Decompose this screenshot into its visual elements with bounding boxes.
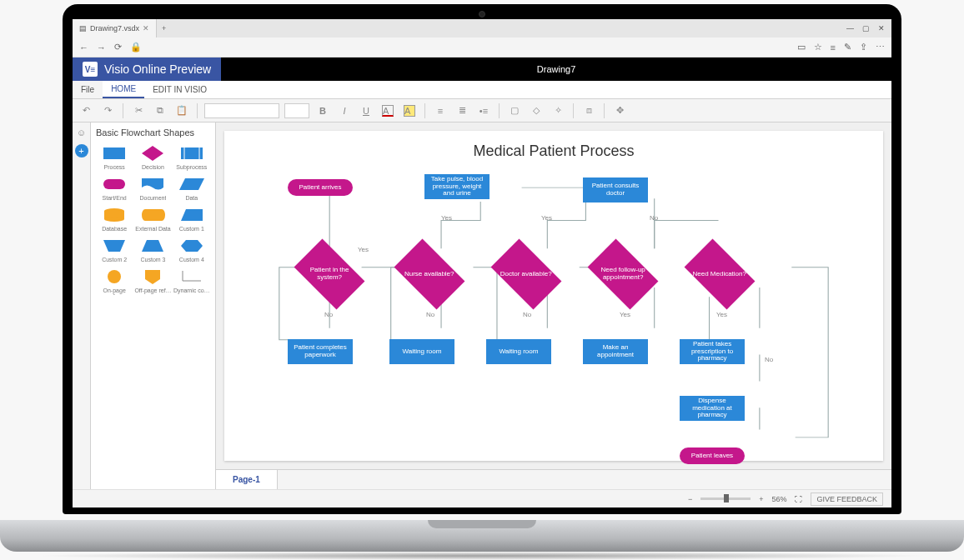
fit-to-window-icon[interactable]: ⛶ [795, 495, 802, 503]
node-start[interactable]: Patient arrives [288, 179, 353, 196]
node-decision-nurse[interactable]: Nurse available? [394, 239, 465, 310]
menu-edit-in-visio[interactable]: EDIT IN VISIO [144, 81, 215, 98]
browser-navbar: ← → ⟳ 🔒 ▭ ☆ ≡ ✎ ⇪ ⋯ [73, 38, 891, 58]
zoom-in-button[interactable]: + [759, 495, 763, 503]
shape-fill-button[interactable]: ▢ [506, 102, 523, 119]
menu-file[interactable]: File [73, 81, 103, 98]
zoom-out-button[interactable]: − [688, 495, 692, 503]
nav-back-icon[interactable]: ← [79, 42, 88, 52]
canvas-area[interactable]: Medical Patient Process [216, 122, 891, 489]
node-decision-in-system[interactable]: Patient in the system? [294, 239, 365, 310]
svg-rect-0 [103, 148, 125, 159]
document-title: Drawing7 [221, 58, 891, 81]
bullets-button[interactable]: •≡ [475, 102, 492, 119]
font-size-select[interactable] [284, 103, 309, 118]
node-decision-medication[interactable]: Need Medication? [685, 239, 756, 310]
label-yes: Yes [620, 311, 630, 318]
label-no: No [523, 311, 531, 318]
close-tab-icon[interactable]: ✕ [143, 24, 149, 32]
underline-button[interactable]: U [358, 102, 374, 119]
nav-share-icon[interactable]: ⇪ [860, 42, 867, 52]
node-dispense[interactable]: Dispense medication at pharmacy [680, 396, 745, 421]
node-vitals[interactable]: Take pulse, blood pressure, weight and u… [424, 174, 490, 199]
stencil-person-icon[interactable]: ☺ [75, 126, 88, 139]
svg-marker-12 [142, 240, 163, 252]
node-decision-doctor[interactable]: Doctor available? [491, 239, 562, 310]
svg-rect-5 [103, 179, 125, 189]
new-tab-button[interactable]: + [157, 24, 171, 32]
node-paperwork[interactable]: Patient completes paperwork [288, 339, 353, 364]
nav-more-icon[interactable]: ⋯ [876, 42, 885, 52]
nav-forward-icon[interactable]: → [97, 42, 106, 52]
shape-custom4[interactable]: Custom 4 [173, 237, 210, 264]
cut-button[interactable]: ✂ [130, 102, 147, 119]
node-waiting1[interactable]: Waiting room [389, 339, 454, 364]
drawing-page[interactable]: Medical Patient Process [224, 131, 883, 461]
italic-button[interactable]: I [336, 102, 353, 119]
label-yes: Yes [716, 311, 727, 318]
visio-app-icon: V≡ [83, 62, 98, 77]
menu-home[interactable]: Home [103, 81, 144, 98]
browser-tabbar: ▤ Drawing7.vsdx ✕ + — ▢ ✕ [73, 19, 891, 38]
shapes-panel: Basic Flowchart Shapes Process Decision … [91, 122, 216, 489]
shape-database[interactable]: Database [96, 206, 133, 233]
nav-hub-icon[interactable]: ≡ [831, 42, 836, 52]
svg-marker-1 [142, 146, 163, 161]
shape-process[interactable]: Process [96, 144, 133, 172]
bold-button[interactable]: B [314, 102, 331, 119]
browser-tab[interactable]: ▤ Drawing7.vsdx ✕ [73, 19, 157, 38]
label-no: No [324, 311, 333, 318]
page-tab-1[interactable]: Page-1 [216, 470, 278, 489]
give-feedback-button[interactable]: GIVE FEEDBACK [811, 492, 883, 506]
shape-outline-button[interactable]: ◇ [528, 102, 545, 119]
font-color-button[interactable]: A [379, 102, 396, 119]
shape-dynamic-connector[interactable]: Dynamic co… [173, 268, 210, 295]
shape-custom3[interactable]: Custom 3 [134, 237, 171, 264]
align-left-button[interactable]: ≡ [432, 102, 449, 119]
svg-marker-11 [103, 240, 125, 252]
shape-external-data[interactable]: External Data [134, 206, 171, 233]
node-consult[interactable]: Patient consults doctor [583, 178, 648, 202]
shape-data[interactable]: Data [173, 175, 210, 202]
svg-marker-6 [179, 178, 204, 190]
position-button[interactable]: ✥ [611, 102, 628, 119]
window-minimize-button[interactable]: — [846, 24, 854, 32]
shape-effects-button[interactable]: ✧ [550, 102, 566, 119]
app-brand-text: Visio Online Preview [104, 62, 211, 76]
shape-custom2[interactable]: Custom 2 [96, 237, 133, 264]
node-prescription[interactable]: Patient takes prescription to pharmacy [680, 339, 745, 364]
shape-custom1[interactable]: Custom 1 [173, 206, 210, 233]
menu-bar: File Home EDIT IN VISIO [73, 81, 891, 99]
svg-marker-10 [181, 209, 203, 221]
nav-notes-icon[interactable]: ✎ [844, 42, 851, 52]
nav-reading-icon[interactable]: ▭ [797, 42, 806, 52]
font-family-select[interactable] [204, 103, 279, 118]
window-maximize-button[interactable]: ▢ [862, 24, 870, 32]
label-yes: Yes [441, 214, 452, 222]
node-decision-followup[interactable]: Need follow-up appointment? [588, 239, 659, 310]
arrange-button[interactable]: ⧈ [580, 102, 597, 119]
redo-button[interactable]: ↷ [99, 102, 116, 119]
nav-favorite-icon[interactable]: ☆ [814, 42, 822, 52]
shape-decision[interactable]: Decision [134, 144, 171, 172]
shape-subprocess[interactable]: Subprocess [173, 144, 210, 172]
node-waiting2[interactable]: Waiting room [486, 339, 551, 364]
add-stencil-button[interactable]: + [75, 144, 88, 158]
diagram-title: Medical Patient Process [224, 131, 883, 160]
shape-start-end[interactable]: Start/End [96, 175, 133, 202]
nav-refresh-icon[interactable]: ⟳ [114, 42, 122, 52]
zoom-slider[interactable] [700, 498, 751, 500]
shape-document[interactable]: Document [134, 175, 171, 202]
shape-offpage-ref[interactable]: Off-page ref… [134, 268, 171, 295]
highlight-button[interactable]: A [401, 102, 418, 119]
tab-title: Drawing7.vsdx [90, 24, 139, 32]
node-appointment[interactable]: Make an appointment [583, 339, 648, 364]
node-end[interactable]: Patient leaves [680, 448, 745, 464]
shape-onpage-ref[interactable]: On-page ref… [96, 268, 133, 295]
paste-button[interactable]: 📋 [173, 102, 190, 119]
undo-button[interactable]: ↶ [78, 102, 94, 119]
copy-button[interactable]: ⧉ [152, 102, 168, 119]
page-tabs: Page-1 [216, 469, 891, 489]
window-close-button[interactable]: ✕ [878, 24, 885, 32]
align-center-button[interactable]: ≣ [454, 102, 470, 119]
